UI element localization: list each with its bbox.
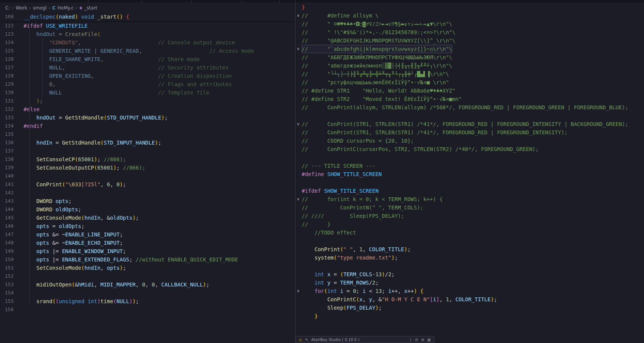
code-line[interactable]: // "рстуфхцчшщъыьэюяЁёЄєЇїЎў°∙·√№¤■ \r\n… <box>296 78 644 87</box>
line-number[interactable]: 122 <box>0 22 19 30</box>
code-line[interactable]: #define SHOW_TITLE_SCREEN <box>296 170 644 178</box>
code-line[interactable]: 134#endif <box>0 122 295 130</box>
code-line[interactable]: ∨// "`abcdefghijklmnopqrstuvwxyz{|}~⌂\r\… <box>296 45 644 53</box>
code-line[interactable]: 153 midiOutOpen(&hMidi, MIDI_MAPPER, 0, … <box>0 280 295 289</box>
code-line[interactable]: ∨// ConPrint(STR1, STRLEN(STR1) /*41*/, … <box>296 120 644 128</box>
code-line[interactable]: Sleep(FPS_DELAY); <box>296 304 644 312</box>
grid-icon[interactable]: ▦ <box>427 338 431 342</box>
line-number[interactable]: 146 <box>0 222 19 230</box>
code-line[interactable]: // "@ABCDEFGHIJKLMNOPQRSTUVWXYZ[\\]^_\r\… <box>296 36 644 45</box>
code-line[interactable] <box>296 112 644 120</box>
code-line[interactable]: 129 0, // Flags and attributes <box>0 80 295 88</box>
plus-icon[interactable]: ⊕ <box>421 338 424 342</box>
code-line[interactable]: 144 DWORD oldOpts; <box>0 205 295 214</box>
chevron-down-fold-icon[interactable]: ∨ <box>296 287 301 295</box>
left-code-area[interactable]: 122#ifdef USE_WRITEFILE123 hndOut = Crea… <box>0 22 295 314</box>
code-line[interactable]: // "абвгдежзийклмноп░▒▓│┤╡╢╖╕╣║╗╝╜╛┐\r\n… <box>296 61 644 70</box>
code-line[interactable]: 135 <box>0 130 295 138</box>
code-line[interactable]: 132#else <box>0 105 295 113</box>
code-line[interactable]: 141 ConPrint("\033[?25l", 6, 0); <box>0 180 295 189</box>
line-number[interactable]: 150 <box>0 255 19 264</box>
code-line[interactable]: // //// Sleep(FPS_DELAY); <box>296 212 644 220</box>
chevron-down-fold-icon[interactable]: ∨ <box>296 195 301 203</box>
code-line[interactable]: #ifdef SHOW_TITLE_SCREEN <box>296 187 644 195</box>
line-number[interactable]: 144 <box>0 205 19 214</box>
line-number[interactable]: 149 <box>0 247 19 255</box>
code-line[interactable]: 147 opts &= ~ENABLE_LINE_INPUT; <box>0 230 295 239</box>
code-line[interactable]: ∨// #define allsym \ <box>296 11 644 20</box>
code-line[interactable]: // " !\"#$%&'()*+,-./0123456789:;<=>?\r\… <box>296 28 644 36</box>
line-number[interactable]: 140 <box>0 172 19 180</box>
right-code-area[interactable]: }∨// #define allsym \// " ☺☻♥♦♣♠•◘○◙♂♀♪♫… <box>296 0 644 320</box>
code-line[interactable]: 108__declspec(naked) void _start() { <box>0 13 295 21</box>
code-line[interactable]: 149 opts |= ENABLE_WINDOW_INPUT; <box>0 247 295 255</box>
chevron-down-fold-icon[interactable]: ∨ <box>296 120 301 128</box>
line-number[interactable]: 153 <box>0 280 19 289</box>
code-line[interactable]: int y = TERM_ROWS/2; <box>296 278 644 287</box>
code-line[interactable]: 127 NULL, // Security attributes <box>0 63 295 72</box>
left-editor-pane[interactable]: 108__declspec(naked) void _start() { 122… <box>0 13 295 343</box>
code-line[interactable]: // COORD cursorPos = {20, 10}; <box>296 137 644 145</box>
line-number[interactable]: 132 <box>0 105 19 113</box>
status-toast[interactable]: ⚠ ✎ AtariBoy Studio ( 0.10.5 ) ♪ ⊘ ⊕ ▦ <box>295 336 434 343</box>
chevron-down-fold-icon[interactable]: ∨ <box>296 45 301 53</box>
code-line[interactable]: 154 <box>0 289 295 297</box>
code-line[interactable]: 122#ifdef USE_WRITEFILE <box>0 22 295 30</box>
line-number[interactable]: 148 <box>0 239 19 247</box>
code-line[interactable]: // ConPrint(allsym, STRLEN(allsym) /*508… <box>296 103 644 112</box>
code-line[interactable]: 130 NULL // Template file <box>0 88 295 97</box>
code-line[interactable]: // "└┴┬├─┼╞╟╚╔╩╦╠═╬╧╨╤╥╙╘╒╓╫╪┘┌█▄▌▐\r\n"… <box>296 70 644 78</box>
line-number[interactable]: 141 <box>0 180 19 189</box>
code-line[interactable] <box>296 178 644 187</box>
code-line[interactable]: 143 DWORD opts; <box>0 197 295 205</box>
sticky-scroll-line[interactable]: 108__declspec(naked) void _start() { <box>0 13 295 21</box>
line-number[interactable]: 155 <box>0 297 19 305</box>
code-line[interactable] <box>296 262 644 270</box>
code-line[interactable]: // #define STR1 "Hello, World! АБВабв♥♦♣… <box>296 87 644 95</box>
code-line[interactable]: 124 "CONOUT$", // Console output device <box>0 38 295 47</box>
code-line[interactable]: 133 hndOut = GetStdHandle(STD_OUTPUT_HAN… <box>0 113 295 122</box>
code-line[interactable]: // ConPrintN(" ", TERM_COLS); <box>296 203 644 212</box>
code-line[interactable]: 139 SetConsoleOutputCP(65001); //866); <box>0 164 295 172</box>
code-line[interactable]: 137 <box>0 147 295 155</box>
code-line[interactable]: 145 GetConsoleMode(hndIn, &oldOpts); <box>0 214 295 222</box>
code-line[interactable]: 131 ); <box>0 97 295 105</box>
line-number[interactable]: 152 <box>0 272 19 280</box>
code-line[interactable] <box>296 153 644 162</box>
code-line[interactable]: ∨// for(int k = 0; k < TERM_ROWS; k++) { <box>296 195 644 203</box>
pencil-icon[interactable]: ✎ <box>305 338 308 342</box>
line-number[interactable]: 135 <box>0 130 19 138</box>
code-line[interactable]: 152 <box>0 272 295 280</box>
breadcrumb-item-smogl[interactable]: smogl <box>33 5 46 11</box>
line-number[interactable]: 123 <box>0 30 19 38</box>
code-line[interactable]: 128 OPEN_EXISTING, // Creation dispositi… <box>0 72 295 80</box>
code-line[interactable]: 150 opts |= ENABLE_EXTENDED_FLAGS; //wit… <box>0 255 295 264</box>
code-line[interactable]: // #define STR2 "Moved text! ЁёЄєЇїЎў°∙·… <box>296 95 644 103</box>
code-line[interactable]: //TODO effect <box>296 228 644 237</box>
code-line[interactable]: // ConPrint(STR1, STRLEN(STR1) /*41*/, F… <box>296 128 644 137</box>
line-number[interactable]: 145 <box>0 214 19 222</box>
code-line[interactable]: ConPrintC(x, y, &"H O-M Y C E N"[i], 1, … <box>296 295 644 304</box>
line-number[interactable]: 125 <box>0 47 19 55</box>
line-number[interactable]: 108 <box>0 13 19 21</box>
chevron-down-fold-icon[interactable]: ∨ <box>296 11 301 20</box>
breadcrumb-item-work[interactable]: Work <box>16 5 27 11</box>
code-line[interactable]: 125 GENERIC_WRITE | GENERIC_READ, // Acc… <box>0 47 295 55</box>
line-number[interactable]: 130 <box>0 88 19 97</box>
line-number[interactable]: 136 <box>0 138 19 147</box>
code-line[interactable]: } <box>296 3 644 11</box>
code-line[interactable]: ∨ for(int i = 0; i < 13; i++, x++) { <box>296 287 644 295</box>
line-number[interactable]: 131 <box>0 97 19 105</box>
line-number[interactable]: 137 <box>0 147 19 155</box>
line-number[interactable]: 139 <box>0 164 19 172</box>
code-line[interactable]: // "АБВГДЕЖЗИЙКЛМНОПРСТУФХЦЧШЩЪЫЬЭЮЯ\r\n… <box>296 53 644 61</box>
line-number[interactable]: 133 <box>0 113 19 122</box>
line-number[interactable]: 126 <box>0 55 19 63</box>
line-number[interactable]: 138 <box>0 155 19 164</box>
code-line[interactable] <box>296 237 644 245</box>
breadcrumb-item-file[interactable]: HoMy.c <box>57 5 74 11</box>
code-line[interactable]: // --- TITLE SCREEN --- <box>296 162 644 170</box>
line-number[interactable]: 147 <box>0 230 19 239</box>
code-line[interactable]: 126 FILE_SHARE_WRITE, // Share mode <box>0 55 295 63</box>
code-line[interactable]: 142 <box>0 189 295 197</box>
